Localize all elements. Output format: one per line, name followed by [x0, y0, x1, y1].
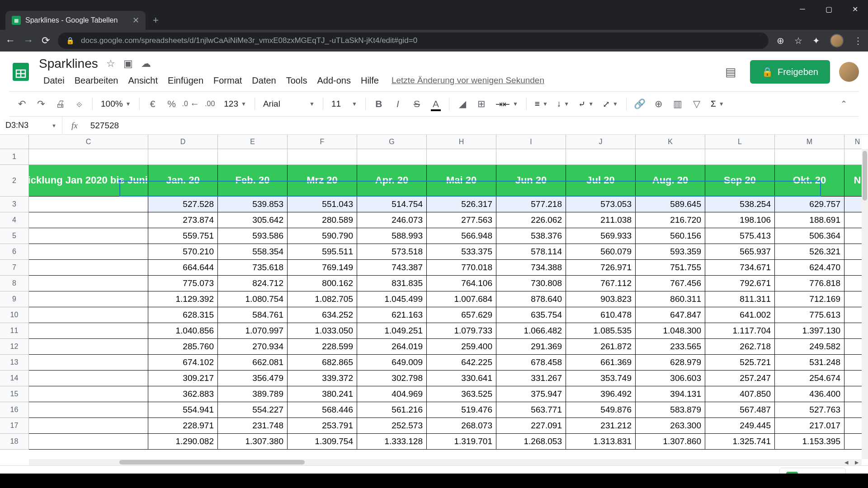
- cell[interactable]: 188.691: [775, 212, 844, 228]
- cell[interactable]: 792.671: [705, 276, 775, 291]
- cell[interactable]: 1.397.130: [775, 323, 844, 339]
- name-box[interactable]: D3:N3▼: [0, 117, 62, 134]
- cell[interactable]: [29, 355, 148, 371]
- col-header-M[interactable]: M: [775, 135, 844, 149]
- cell[interactable]: 549.876: [566, 402, 636, 418]
- number-format-select[interactable]: 123▼: [220, 99, 250, 109]
- cell[interactable]: 1.129.392: [148, 291, 218, 307]
- cell[interactable]: 514.754: [357, 197, 427, 212]
- bold-button[interactable]: B: [370, 95, 387, 113]
- cell[interactable]: 538.254: [705, 197, 775, 212]
- row-header-13[interactable]: 13: [0, 355, 28, 371]
- share-button[interactable]: 🔒 Freigeben: [750, 60, 830, 84]
- cell[interactable]: 649.009: [357, 355, 427, 371]
- cell[interactable]: [566, 149, 636, 165]
- cell[interactable]: 309.217: [148, 371, 218, 386]
- increase-decimal-button[interactable]: .00: [201, 95, 218, 113]
- col-header-L[interactable]: L: [705, 135, 775, 149]
- cell[interactable]: 1.307.860: [636, 434, 705, 450]
- row-header-18[interactable]: 18: [0, 434, 28, 450]
- scroll-left-icon[interactable]: ◀: [841, 459, 851, 465]
- cell[interactable]: 331.267: [496, 371, 566, 386]
- menu-hilfe[interactable]: Hilfe: [356, 74, 383, 88]
- document-title[interactable]: Sparklines: [39, 56, 98, 71]
- row-header-2[interactable]: 2: [0, 165, 28, 197]
- row-header-9[interactable]: 9: [0, 291, 28, 307]
- cell[interactable]: 363.525: [427, 386, 496, 402]
- cell[interactable]: 527.528: [148, 197, 218, 212]
- cell[interactable]: [29, 212, 148, 228]
- cell[interactable]: 730.808: [496, 276, 566, 291]
- italic-button[interactable]: I: [389, 95, 406, 113]
- cell[interactable]: Mai 20: [427, 165, 496, 197]
- cell[interactable]: 259.400: [427, 339, 496, 355]
- cell[interactable]: 233.565: [636, 339, 705, 355]
- row-header-1[interactable]: 1: [0, 149, 28, 165]
- cell[interactable]: 264.019: [357, 339, 427, 355]
- cell[interactable]: 629.757: [775, 197, 844, 212]
- cell[interactable]: 560.156: [636, 228, 705, 244]
- row-header-17[interactable]: 17: [0, 418, 28, 434]
- cell[interactable]: 198.106: [705, 212, 775, 228]
- wrap-button[interactable]: ⤶▼: [575, 99, 597, 109]
- cell[interactable]: 285.760: [148, 339, 218, 355]
- star-icon[interactable]: ☆: [106, 58, 115, 70]
- decrease-decimal-button[interactable]: .0 ←: [182, 95, 200, 113]
- col-header-C[interactable]: C: [29, 135, 148, 149]
- cell[interactable]: 560.079: [566, 244, 636, 260]
- move-icon[interactable]: ▣: [123, 58, 133, 70]
- cell[interactable]: 831.835: [357, 276, 427, 291]
- cell[interactable]: 362.883: [148, 386, 218, 402]
- cell[interactable]: 1.079.733: [427, 323, 496, 339]
- cell[interactable]: 526.317: [427, 197, 496, 212]
- col-header-F[interactable]: F: [288, 135, 357, 149]
- cell[interactable]: 302.798: [357, 371, 427, 386]
- menu-format[interactable]: Format: [209, 74, 246, 88]
- cell[interactable]: 593.586: [218, 228, 288, 244]
- comments-button[interactable]: ▤: [721, 62, 741, 82]
- cell[interactable]: 712.169: [775, 291, 844, 307]
- cell[interactable]: 561.216: [357, 402, 427, 418]
- last-edit-link[interactable]: Letzte Änderung vor wenigen Sekunden: [392, 75, 544, 85]
- cell[interactable]: 228.599: [288, 339, 357, 355]
- cell[interactable]: 569.933: [566, 228, 636, 244]
- cell[interactable]: Jan. 20: [148, 165, 218, 197]
- cell[interactable]: 767.456: [636, 276, 705, 291]
- cell[interactable]: 538.376: [496, 228, 566, 244]
- cell[interactable]: 590.790: [288, 228, 357, 244]
- col-header-K[interactable]: K: [636, 135, 705, 149]
- cell[interactable]: 339.372: [288, 371, 357, 386]
- scroll-right-icon[interactable]: ▶: [851, 459, 862, 465]
- rotate-button[interactable]: ⤢▼: [599, 99, 622, 109]
- col-header-G[interactable]: G: [357, 135, 427, 149]
- cell[interactable]: 1.325.741: [705, 434, 775, 450]
- cell[interactable]: 595.511: [288, 244, 357, 260]
- cell[interactable]: 589.645: [636, 197, 705, 212]
- cell[interactable]: 567.487: [705, 402, 775, 418]
- cell[interactable]: 860.311: [636, 291, 705, 307]
- zoom-icon[interactable]: ⊕: [777, 35, 784, 46]
- cell[interactable]: 647.847: [636, 307, 705, 323]
- cell[interactable]: 1.045.499: [357, 291, 427, 307]
- select-all-corner[interactable]: [0, 135, 29, 149]
- percent-button[interactable]: %: [163, 95, 180, 113]
- cell[interactable]: 254.674: [775, 371, 844, 386]
- menu-bearbeiten[interactable]: Bearbeiten: [70, 74, 123, 88]
- redo-button[interactable]: ↷: [33, 95, 50, 113]
- horizontal-scrollbar[interactable]: [29, 459, 841, 465]
- sheets-logo[interactable]: [9, 56, 33, 88]
- cell[interactable]: 211.038: [566, 212, 636, 228]
- cell[interactable]: 1.082.705: [288, 291, 357, 307]
- cell[interactable]: 1.313.831: [566, 434, 636, 450]
- cell[interactable]: 257.247: [705, 371, 775, 386]
- row-headers[interactable]: 123456789101112131415161718: [0, 149, 29, 450]
- cell[interactable]: [705, 149, 775, 165]
- col-header-D[interactable]: D: [148, 135, 218, 149]
- row-header-15[interactable]: 15: [0, 386, 28, 402]
- cell[interactable]: [29, 260, 148, 276]
- cell[interactable]: 525.721: [705, 355, 775, 371]
- cell[interactable]: 800.162: [288, 276, 357, 291]
- chrome-menu-icon[interactable]: ⋮: [854, 35, 863, 46]
- cell[interactable]: 228.971: [148, 418, 218, 434]
- cell[interactable]: 526.321: [775, 244, 844, 260]
